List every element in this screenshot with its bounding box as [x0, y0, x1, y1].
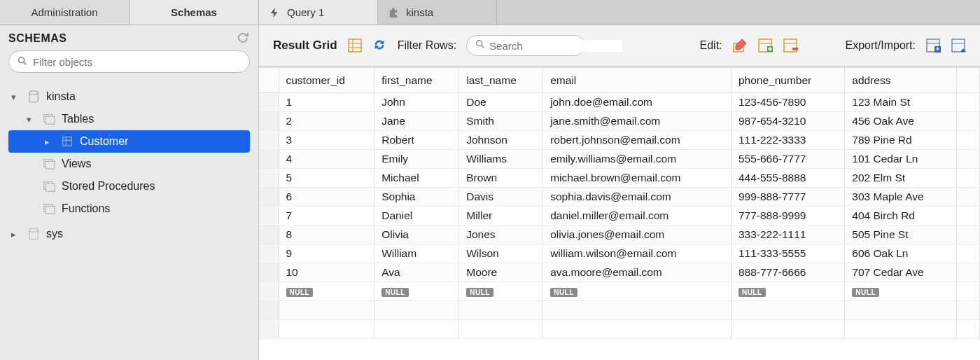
table-cell[interactable]: 101 Cedar Ln	[845, 150, 957, 169]
export-icon[interactable]	[925, 38, 941, 53]
table-cell-null[interactable]: NULL	[543, 282, 732, 301]
table-cell-null[interactable]: NULL	[279, 282, 374, 301]
row-gutter[interactable]	[259, 226, 279, 244]
column-header[interactable]: first_name	[374, 68, 459, 93]
table-cell[interactable]: Jane	[374, 112, 459, 131]
column-header[interactable]: phone_number	[731, 68, 844, 93]
row-gutter[interactable]	[259, 93, 279, 112]
column-header[interactable]: address	[845, 68, 957, 93]
table-cell[interactable]: 9	[279, 244, 374, 263]
tree-node-tables[interactable]: ▾ Tables	[8, 108, 250, 130]
table-row[interactable]: 9WilliamWilsonwilliam.wilson@email.com11…	[259, 244, 980, 263]
table-cell[interactable]: robert.johnson@email.com	[543, 131, 732, 150]
table-cell[interactable]: 7	[279, 207, 374, 226]
grid-view-icon[interactable]	[347, 38, 363, 53]
table-row[interactable]: 4EmilyWilliamsemily.williams@email.com55…	[259, 150, 980, 169]
row-gutter[interactable]	[259, 263, 279, 282]
table-cell[interactable]: 789 Pine Rd	[845, 131, 957, 150]
table-cell[interactable]: 555-666-7777	[731, 150, 844, 169]
tab-schemas[interactable]: Schemas	[130, 0, 259, 25]
table-cell[interactable]: 456 Oak Ave	[845, 112, 957, 131]
table-cell[interactable]: ava.moore@email.com	[543, 263, 732, 282]
table-cell[interactable]: Olivia	[374, 226, 459, 244]
table-cell[interactable]: 999-888-7777	[731, 188, 844, 207]
table-cell[interactable]: 707 Cedar Ave	[845, 263, 957, 282]
table-cell[interactable]: emily.williams@email.com	[543, 150, 732, 169]
table-cell[interactable]: 111-333-5555	[731, 244, 844, 263]
table-cell[interactable]: Johnson	[459, 131, 543, 150]
resync-icon[interactable]	[372, 38, 388, 53]
table-cell[interactable]: Sophia	[374, 188, 459, 207]
table-cell-null[interactable]: NULL	[731, 282, 844, 301]
table-cell[interactable]: william.wilson@email.com	[543, 244, 732, 263]
table-cell[interactable]: 202 Elm St	[845, 169, 957, 188]
table-cell[interactable]: olivia.jones@email.com	[543, 226, 732, 244]
tab-administration[interactable]: Administration	[0, 0, 130, 25]
row-gutter[interactable]	[259, 169, 279, 188]
result-grid[interactable]: customer_idfirst_namelast_nameemailphone…	[259, 67, 980, 360]
table-row[interactable]: 5MichaelBrownmichael.brown@email.com444-…	[259, 169, 980, 188]
schema-node-sys[interactable]: ▸ sys	[8, 223, 250, 245]
table-cell[interactable]: 987-654-3210	[731, 112, 844, 131]
table-cell[interactable]: Doe	[459, 93, 543, 112]
table-cell[interactable]: michael.brown@email.com	[543, 169, 732, 188]
table-cell[interactable]: Daniel	[374, 207, 459, 226]
table-cell[interactable]: 333-222-1111	[731, 226, 844, 244]
insert-row-icon[interactable]	[757, 38, 773, 53]
table-cell[interactable]: Robert	[374, 131, 459, 150]
table-cell[interactable]: 5	[279, 169, 374, 188]
table-cell[interactable]: 444-555-8888	[731, 169, 844, 188]
column-header[interactable]: email	[543, 68, 732, 93]
table-cell[interactable]: Brown	[459, 169, 543, 188]
table-row[interactable]: 1JohnDoejohn.doe@email.com123-456-789012…	[259, 93, 980, 112]
table-cell-null[interactable]: NULL	[374, 282, 459, 301]
table-row[interactable]: 2JaneSmithjane.smith@email.com987-654-32…	[259, 112, 980, 131]
table-cell[interactable]: john.doe@email.com	[543, 93, 732, 112]
table-row-null[interactable]: NULLNULLNULLNULLNULLNULL	[259, 282, 980, 301]
table-row[interactable]: 8OliviaJonesolivia.jones@email.com333-22…	[259, 226, 980, 244]
filter-objects-input[interactable]	[33, 56, 241, 68]
editor-tab-kinsta[interactable]: kinsta	[378, 0, 497, 25]
table-cell[interactable]: Davis	[459, 188, 543, 207]
editor-tab-query1[interactable]: Query 1	[259, 0, 378, 25]
table-cell-null[interactable]: NULL	[459, 282, 543, 301]
row-gutter[interactable]	[259, 244, 279, 263]
import-icon[interactable]	[951, 38, 966, 53]
column-header[interactable]: last_name	[459, 68, 543, 93]
table-cell[interactable]: daniel.miller@email.com	[543, 207, 732, 226]
table-row[interactable]: 6SophiaDavissophia.davis@email.com999-88…	[259, 188, 980, 207]
column-header[interactable]: customer_id	[279, 68, 374, 93]
table-cell[interactable]: 404 Birch Rd	[845, 207, 957, 226]
schema-node-kinsta[interactable]: ▾ kinsta	[8, 85, 250, 108]
row-gutter[interactable]	[259, 150, 279, 169]
edit-row-icon[interactable]	[732, 38, 748, 53]
table-cell[interactable]: Smith	[459, 112, 543, 131]
table-cell[interactable]: 1	[279, 93, 374, 112]
table-cell[interactable]: 4	[279, 150, 374, 169]
table-cell[interactable]: 3	[279, 131, 374, 150]
refresh-icon[interactable]	[237, 32, 250, 45]
filter-objects-input-wrap[interactable]	[8, 50, 250, 73]
table-cell[interactable]: John	[374, 93, 459, 112]
row-gutter[interactable]	[259, 282, 279, 301]
table-cell[interactable]: 6	[279, 188, 374, 207]
table-cell[interactable]: 2	[279, 112, 374, 131]
row-gutter[interactable]	[259, 207, 279, 226]
table-cell[interactable]: 505 Pine St	[845, 226, 957, 244]
table-cell[interactable]: sophia.davis@email.com	[543, 188, 732, 207]
row-gutter[interactable]	[259, 112, 279, 131]
table-cell[interactable]: Wilson	[459, 244, 543, 263]
table-cell[interactable]: Miller	[459, 207, 543, 226]
table-cell[interactable]: Michael	[374, 169, 459, 188]
table-cell[interactable]: Jones	[459, 226, 543, 244]
table-cell[interactable]: Williams	[459, 150, 543, 169]
table-cell[interactable]: 606 Oak Ln	[845, 244, 957, 263]
table-cell[interactable]: 123-456-7890	[731, 93, 844, 112]
table-cell[interactable]: 303 Maple Ave	[845, 188, 957, 207]
table-cell[interactable]: William	[374, 244, 459, 263]
table-row[interactable]: 3RobertJohnsonrobert.johnson@email.com11…	[259, 131, 980, 150]
table-cell[interactable]: Ava	[374, 263, 459, 282]
table-cell-null[interactable]: NULL	[845, 282, 957, 301]
table-cell[interactable]: 10	[279, 263, 374, 282]
tree-node-stored-procedures[interactable]: Stored Procedures	[8, 175, 250, 198]
